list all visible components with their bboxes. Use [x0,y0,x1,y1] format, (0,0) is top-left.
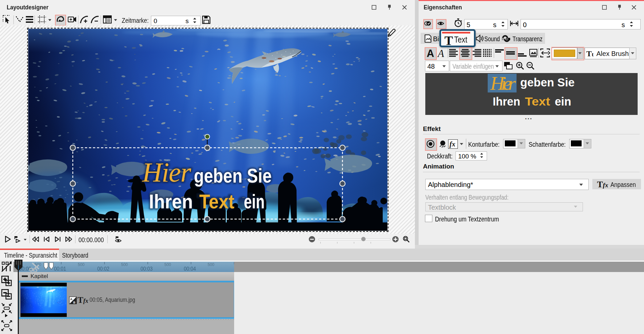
svg-text:Ihren: Ihren [493,95,520,108]
svg-text:Hier: Hier [490,73,516,94]
svg-text:geben Sie: geben Sie [520,76,575,89]
svg-text:Ihren: Ihren [149,190,193,213]
svg-text:A: A [70,297,72,301]
svg-text:Text: Text [199,190,234,213]
svg-text:geben Sie: geben Sie [194,164,272,187]
svg-text:ein: ein [555,95,571,108]
svg-text:ein: ein [244,190,265,213]
svg-text:Hier: Hier [142,157,192,188]
svg-text:B: B [73,301,75,304]
svg-text:Text: Text [525,95,550,108]
